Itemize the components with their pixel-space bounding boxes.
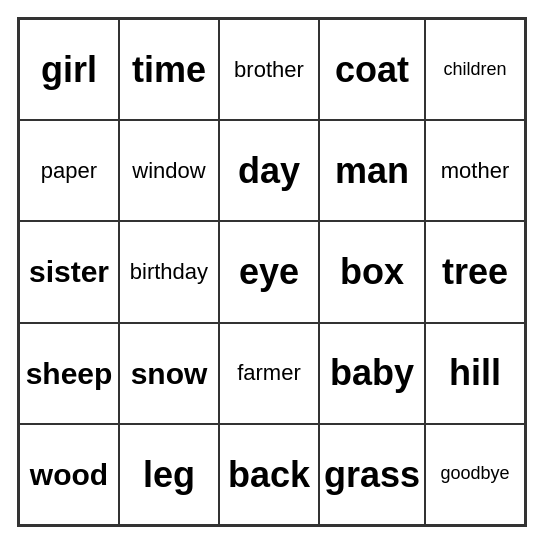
cell-r0-c0: girl xyxy=(19,19,119,120)
cell-text-r1-c0: paper xyxy=(41,159,97,183)
cell-r1-c0: paper xyxy=(19,120,119,221)
cell-text-r2-c0: sister xyxy=(29,255,109,288)
cell-text-r3-c2: farmer xyxy=(237,361,301,385)
cell-r3-c3: baby xyxy=(319,323,425,424)
cell-text-r1-c3: man xyxy=(335,151,409,191)
cell-text-r2-c2: eye xyxy=(239,252,299,292)
cell-r3-c1: snow xyxy=(119,323,219,424)
cell-r3-c2: farmer xyxy=(219,323,319,424)
cell-text-r4-c4: goodbye xyxy=(440,464,509,484)
cell-text-r0-c3: coat xyxy=(335,50,409,90)
cell-text-r3-c3: baby xyxy=(330,353,414,393)
cell-text-r0-c0: girl xyxy=(41,50,97,90)
cell-text-r4-c2: back xyxy=(228,455,310,495)
cell-text-r0-c2: brother xyxy=(234,58,304,82)
cell-text-r0-c1: time xyxy=(132,50,206,90)
cell-text-r4-c0: wood xyxy=(30,458,108,491)
cell-r2-c1: birthday xyxy=(119,221,219,322)
cell-r2-c3: box xyxy=(319,221,425,322)
cell-r4-c4: goodbye xyxy=(425,424,525,525)
cell-text-r0-c4: children xyxy=(443,60,506,80)
cell-r0-c3: coat xyxy=(319,19,425,120)
cell-r1-c3: man xyxy=(319,120,425,221)
cell-text-r1-c4: mother xyxy=(441,159,509,183)
cell-r0-c4: children xyxy=(425,19,525,120)
cell-text-r4-c3: grass xyxy=(324,455,420,495)
cell-text-r2-c4: tree xyxy=(442,252,508,292)
cell-r4-c2: back xyxy=(219,424,319,525)
cell-r0-c2: brother xyxy=(219,19,319,120)
bingo-card: girltimebrothercoatchildrenpaperwindowda… xyxy=(17,17,527,527)
cell-text-r1-c2: day xyxy=(238,151,300,191)
cell-text-r3-c4: hill xyxy=(449,353,501,393)
cell-text-r3-c0: sheep xyxy=(26,357,113,390)
cell-text-r2-c3: box xyxy=(340,252,404,292)
cell-r3-c0: sheep xyxy=(19,323,119,424)
cell-text-r1-c1: window xyxy=(132,159,205,183)
cell-r2-c2: eye xyxy=(219,221,319,322)
cell-r3-c4: hill xyxy=(425,323,525,424)
cell-text-r2-c1: birthday xyxy=(130,260,208,284)
cell-r2-c4: tree xyxy=(425,221,525,322)
cell-r1-c2: day xyxy=(219,120,319,221)
cell-r4-c0: wood xyxy=(19,424,119,525)
cell-r4-c3: grass xyxy=(319,424,425,525)
cell-r1-c4: mother xyxy=(425,120,525,221)
cell-r2-c0: sister xyxy=(19,221,119,322)
cell-r1-c1: window xyxy=(119,120,219,221)
cell-r4-c1: leg xyxy=(119,424,219,525)
cell-text-r4-c1: leg xyxy=(143,455,195,495)
cell-text-r3-c1: snow xyxy=(131,357,208,390)
cell-r0-c1: time xyxy=(119,19,219,120)
